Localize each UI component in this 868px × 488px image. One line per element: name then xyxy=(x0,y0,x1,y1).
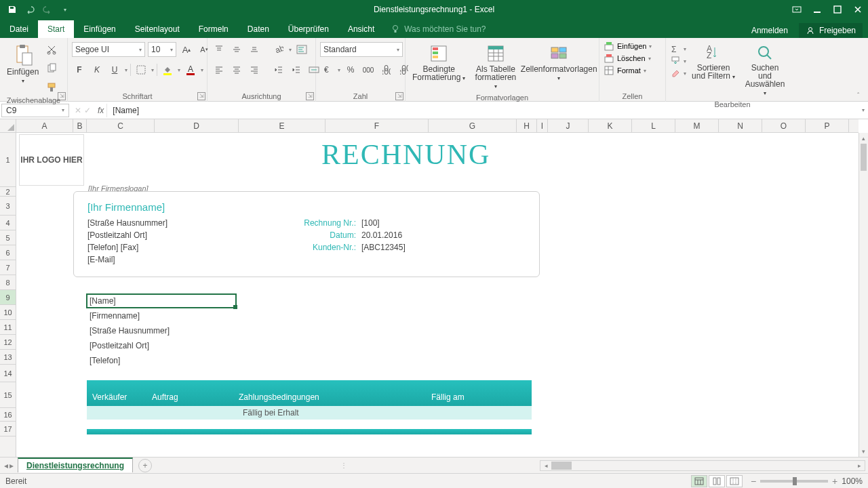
signin-button[interactable]: Anmelden xyxy=(746,23,793,38)
close-icon[interactable] xyxy=(848,0,868,19)
italic-button[interactable]: K xyxy=(90,62,104,77)
redo-icon[interactable] xyxy=(39,1,56,18)
fill-color-icon[interactable] xyxy=(160,62,175,77)
enter-formula-icon[interactable]: ✓ xyxy=(84,106,91,115)
qat-customize-icon[interactable]: ▾ xyxy=(57,1,73,18)
normal-view-icon[interactable] xyxy=(691,475,707,487)
decrease-indent-icon[interactable] xyxy=(271,62,286,77)
format-cells-button[interactable]: Format▾ xyxy=(604,65,646,76)
row-header-7[interactable]: 7 xyxy=(0,260,16,275)
add-sheet-icon[interactable]: + xyxy=(138,459,152,472)
col-header-A[interactable]: A xyxy=(16,119,73,132)
scroll-down-icon[interactable]: ▾ xyxy=(859,446,868,457)
expand-formula-icon[interactable]: ▾ xyxy=(859,107,868,113)
border-icon[interactable] xyxy=(134,62,149,77)
col-header-F[interactable]: F xyxy=(326,119,429,132)
font-dialog-icon[interactable]: ⇲ xyxy=(197,92,205,100)
font-size-combo[interactable]: 10▾ xyxy=(148,42,176,57)
format-as-table-button[interactable]: Als Tabelle formatieren ▾ xyxy=(471,42,520,92)
increase-indent-icon[interactable] xyxy=(289,62,304,77)
undo-icon[interactable] xyxy=(22,1,38,18)
align-left-icon[interactable] xyxy=(212,62,226,77)
zoom-level[interactable]: 100% xyxy=(842,476,863,486)
zoom-out-icon[interactable]: − xyxy=(751,476,756,487)
sheet-tab[interactable]: Dienstleistungsrechnung xyxy=(18,458,133,472)
clipboard-dialog-icon[interactable]: ⇲ xyxy=(58,92,66,100)
number-format-combo[interactable]: Standard▾ xyxy=(320,42,403,57)
tab-pagelayout[interactable]: Seitenlayout xyxy=(125,20,189,38)
col-header-M[interactable]: M xyxy=(675,119,719,132)
row-header-17[interactable]: 17 xyxy=(0,422,16,436)
row-header-9[interactable]: 9 xyxy=(0,290,16,305)
vertical-scrollbar[interactable]: ▴ ▾ xyxy=(859,133,868,457)
tab-review[interactable]: Überprüfen xyxy=(279,20,338,38)
col-header-B[interactable]: B xyxy=(73,119,87,132)
col-header-K[interactable]: K xyxy=(589,119,632,132)
clear-button[interactable]: ▾ xyxy=(670,68,686,79)
paste-button[interactable]: Einfügen▾ xyxy=(4,42,41,87)
align-center-icon[interactable] xyxy=(229,62,244,77)
collapse-ribbon-icon[interactable]: ˆ xyxy=(857,92,859,100)
tab-start[interactable]: Start xyxy=(38,20,74,38)
row-header-4[interactable]: 4 xyxy=(0,216,16,230)
row-header-3[interactable]: 3 xyxy=(0,197,16,216)
align-top-icon[interactable] xyxy=(212,42,226,57)
delete-cells-button[interactable]: Löschen▾ xyxy=(604,53,651,64)
horizontal-scrollbar[interactable]: ◂ ▸ xyxy=(540,460,865,471)
sort-filter-button[interactable]: AZ Sortieren und Filtern ▾ xyxy=(689,42,738,83)
sheet-nav-prev-icon[interactable]: ◂ xyxy=(4,461,8,470)
insert-cells-button[interactable]: Einfügen▾ xyxy=(604,41,652,52)
hscroll-thumb[interactable] xyxy=(551,462,572,470)
select-all-button[interactable] xyxy=(0,119,16,133)
tab-insert[interactable]: Einfügen xyxy=(74,20,125,38)
zoom-in-icon[interactable]: + xyxy=(832,476,837,487)
scroll-up-icon[interactable]: ▴ xyxy=(859,133,868,144)
maximize-icon[interactable] xyxy=(827,0,848,19)
font-name-combo[interactable]: Segoe UI▾ xyxy=(72,42,145,57)
col-header-O[interactable]: O xyxy=(762,119,806,132)
scroll-left-icon[interactable]: ◂ xyxy=(540,462,551,469)
row-header-13[interactable]: 13 xyxy=(0,350,16,365)
tab-file[interactable]: Datei xyxy=(0,20,38,38)
row-header-11[interactable]: 11 xyxy=(0,320,16,335)
number-dialog-icon[interactable]: ⇲ xyxy=(395,92,403,100)
row-header-12[interactable]: 12 xyxy=(0,335,16,350)
thousands-icon[interactable]: 000 xyxy=(361,62,376,77)
row-header-2[interactable]: 2 xyxy=(0,187,16,197)
col-header-G[interactable]: G xyxy=(429,119,517,132)
pagebreak-view-icon[interactable] xyxy=(726,475,743,487)
col-header-C[interactable]: C xyxy=(87,119,155,132)
align-right-icon[interactable] xyxy=(247,62,262,77)
col-header-E[interactable]: E xyxy=(239,119,326,132)
tab-data[interactable]: Daten xyxy=(238,20,279,38)
align-dialog-icon[interactable]: ⇲ xyxy=(306,92,314,100)
col-header-P[interactable]: P xyxy=(806,119,849,132)
tab-view[interactable]: Ansicht xyxy=(338,20,384,38)
percent-icon[interactable]: % xyxy=(343,62,358,77)
increase-font-icon[interactable]: A▴ xyxy=(179,42,194,57)
copy-icon[interactable] xyxy=(44,61,59,76)
autosum-button[interactable]: Σ▾ xyxy=(670,43,686,54)
col-header-N[interactable]: N xyxy=(719,119,762,132)
bold-button[interactable]: F xyxy=(72,62,87,77)
col-header-D[interactable]: D xyxy=(155,119,239,132)
ribbon-options-icon[interactable] xyxy=(787,0,807,19)
row-header-15[interactable]: 15 xyxy=(0,382,16,408)
scroll-right-icon[interactable]: ▸ xyxy=(854,462,865,469)
col-header-J[interactable]: J xyxy=(548,119,589,132)
col-header-L[interactable]: L xyxy=(632,119,675,132)
row-header-16[interactable]: 16 xyxy=(0,408,16,422)
font-color-icon[interactable]: A xyxy=(183,62,198,77)
underline-button[interactable]: U xyxy=(107,62,122,77)
cell-styles-button[interactable]: Zellenformatvorlagen ▾ xyxy=(523,42,595,84)
row-header-5[interactable]: 5 xyxy=(0,230,16,245)
worksheet-area[interactable]: IHR LOGO HIER RECHNUNG [Ihr Firmenslogan… xyxy=(16,133,859,457)
col-header-H[interactable]: H xyxy=(517,119,537,132)
orientation-icon[interactable]: ab xyxy=(271,42,286,57)
find-select-button[interactable]: Suchen und Auswählen ▾ xyxy=(741,42,789,99)
col-header-I[interactable]: I xyxy=(537,119,548,132)
row-header-6[interactable]: 6 xyxy=(0,245,16,260)
accounting-icon[interactable]: € xyxy=(320,62,335,77)
pagelayout-view-icon[interactable] xyxy=(709,475,725,487)
cancel-formula-icon[interactable]: ✕ xyxy=(75,106,81,115)
